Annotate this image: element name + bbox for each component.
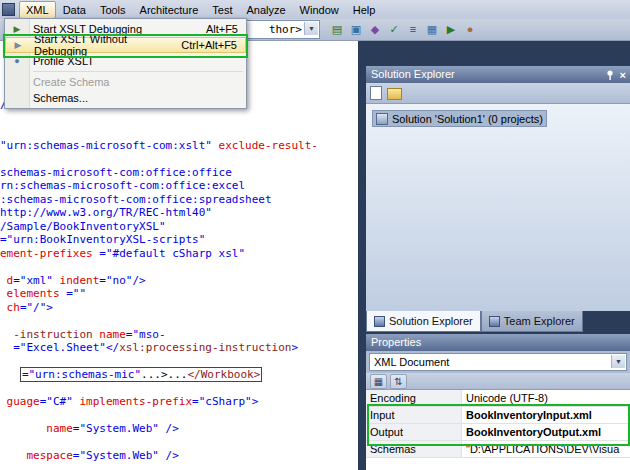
team-explorer-icon <box>489 316 500 327</box>
menu-item-start-xslt-without-debugging[interactable]: ▶Start XSLT Without DebuggingCtrl+Alt+F5 <box>5 37 246 53</box>
solution-explorer-icon <box>374 316 385 327</box>
menu-shortcut: Alt+F5 <box>172 23 238 35</box>
code-line <box>0 314 358 328</box>
code-line: http://www.w3.org/TR/REC-html40" <box>0 206 358 220</box>
property-name: Output <box>366 424 462 440</box>
collapsed-region-box[interactable]: ="urn:schemas-mic"...>...</Workbook> <box>20 367 262 382</box>
code-line: rn:schemas-microsoft-com:office:excel <box>0 179 358 193</box>
categorized-icon[interactable]: ▦ <box>370 374 387 389</box>
chevron-down-icon[interactable]: ▼ <box>611 355 625 368</box>
properties-grid: EncodingUnicode (UTF-8)InputBookInventor… <box>366 390 630 470</box>
menubar-items: XMLDataToolsArchitectureTestAnalyzeWindo… <box>19 0 382 19</box>
code-line: name="System.Web" /> <box>0 422 358 436</box>
menu-architecture[interactable]: Architecture <box>133 1 206 19</box>
solution-explorer-toolbar <box>366 83 630 104</box>
tab-solution-explorer[interactable]: Solution Explorer <box>366 311 481 332</box>
code-line: guage="C#" implements-prefix="cSharp"> <box>0 395 358 409</box>
xslt-template-icon[interactable]: ▣ <box>347 21 365 38</box>
code-line: ch="/"> <box>0 301 358 315</box>
menu-tools[interactable]: Tools <box>93 1 133 19</box>
document-window-icon <box>2 3 15 16</box>
visual-studio-window: XMLDataToolsArchitectureTestAnalyzeWindo… <box>0 0 630 470</box>
property-row-schemas[interactable]: Schemas"D:\APPLICATIONS\DEV\Visua <box>366 441 630 458</box>
menu-item-create-schema[interactable]: Create Schema <box>5 74 246 90</box>
solution-root-label: Solution 'Solution1' (0 projects) <box>392 113 543 125</box>
menu-item-schemas[interactable]: Schemas... <box>5 90 246 106</box>
tree-item-solution[interactable]: Solution 'Solution1' (0 projects) <box>372 110 547 127</box>
properties-toolbar: ▦⇅ <box>366 373 630 390</box>
code-line: /Sample/BookInventoryXSL" <box>0 220 358 234</box>
properties-object-combo[interactable]: XML Document ▼ <box>369 353 627 371</box>
profile-icon: ● <box>8 56 26 66</box>
code-line: ="Excel.Sheet"</xsl:processing-instructi… <box>0 341 358 355</box>
code-line <box>0 382 358 396</box>
close-icon[interactable]: × <box>620 70 626 81</box>
chevron-down-icon[interactable]: ▼ <box>304 22 318 35</box>
menu-item-profile-xslt[interactable]: ●Profile XSLT <box>5 53 246 69</box>
xslt-debug-icon: ▶ <box>8 24 26 34</box>
code-line <box>0 125 358 139</box>
tab-team-explorer[interactable]: Team Explorer <box>481 311 583 332</box>
run-play-icon[interactable]: ▶ <box>442 21 460 38</box>
menu-item-label: Profile XSLT <box>26 55 172 67</box>
menubar: XMLDataToolsArchitectureTestAnalyzeWindo… <box>0 0 630 19</box>
property-value[interactable]: "D:\APPLICATIONS\DEV\Visua <box>462 441 630 457</box>
menu-data[interactable]: Data <box>56 1 93 19</box>
code-line: mespace="System.Web" /> <box>0 449 358 463</box>
menu-help[interactable]: Help <box>346 1 383 19</box>
property-row-output[interactable]: OutputBookInventoryOutput.xml <box>366 424 630 441</box>
property-value[interactable]: Unicode (UTF-8) <box>462 390 630 406</box>
menu-item-label: Create Schema <box>26 76 172 88</box>
code-line <box>0 409 358 423</box>
xml-document-icon[interactable]: ▤ <box>328 21 346 38</box>
validate-check-icon[interactable]: ✓ <box>385 21 403 38</box>
solution-tree[interactable]: Solution 'Solution1' (0 projects) <box>366 104 630 311</box>
code-line: "urn:schemas-microsoft-com:xslt" exclude… <box>0 139 358 153</box>
properties-object-value: XML Document <box>374 356 449 368</box>
alphabetical-sort-icon[interactable]: ⇅ <box>390 374 407 389</box>
properties-page-icon[interactable] <box>370 86 382 100</box>
solution-icon <box>376 113 388 125</box>
code-line: ement-prefixes ="#default cSharp xsl" <box>0 247 358 261</box>
menu-xml[interactable]: XML <box>19 1 56 19</box>
code-line: :schemas-microsoft-com:office:spreadshee… <box>0 193 358 207</box>
code-line <box>0 260 358 274</box>
format-lines-icon[interactable]: ≡ <box>404 21 422 38</box>
grid-table-icon[interactable]: ▦ <box>423 21 441 38</box>
menu-window[interactable]: Window <box>293 1 346 19</box>
toolbar-right-icons: ▤▣◆✓≡▦▶● <box>328 21 479 38</box>
solution-explorer-titlebar[interactable]: Solution Explorer × <box>366 66 630 83</box>
schema-icon[interactable]: ◆ <box>366 21 384 38</box>
properties-object-row: XML Document ▼ <box>366 351 630 373</box>
xml-member-combo-value: thor> <box>269 23 302 36</box>
code-line: -instruction name="mso- <box>0 328 358 342</box>
menu-test[interactable]: Test <box>205 1 239 19</box>
property-name: Encoding <box>366 390 462 406</box>
menu-analyze[interactable]: Analyze <box>239 1 292 19</box>
property-row-encoding[interactable]: EncodingUnicode (UTF-8) <box>366 390 630 407</box>
code-line: elements ="" <box>0 287 358 301</box>
property-value[interactable]: BookInventoryInput.xml <box>462 407 630 423</box>
menu-item-label: Schemas... <box>26 92 172 104</box>
xml-menu-dropdown: ▶Start XSLT DebuggingAlt+F5▶Start XSLT W… <box>4 18 247 109</box>
code-line <box>0 436 358 450</box>
code-line: schemas-microsoft-com:office:office <box>0 166 358 180</box>
menu-separator <box>33 71 243 72</box>
code-line <box>0 355 358 369</box>
property-row-input[interactable]: InputBookInventoryInput.xml <box>366 407 630 424</box>
property-value[interactable]: BookInventoryOutput.xml <box>462 424 630 440</box>
code-line: ="urn:BookInventoryXSL-scripts" <box>0 233 358 247</box>
pin-icon[interactable] <box>605 69 615 81</box>
code-line: ="urn:schemas-mic"...>...</Workbook> <box>0 368 358 382</box>
options-icon[interactable]: ● <box>461 21 479 38</box>
code-line <box>0 112 358 126</box>
xslt-run-icon: ▶ <box>9 40 27 50</box>
menu-shortcut: Ctrl+Alt+F5 <box>171 39 237 51</box>
properties-titlebar[interactable]: Properties <box>366 334 630 351</box>
tool-window-tabstrip: Solution ExplorerTeam Explorer <box>366 311 630 332</box>
code-line <box>0 152 358 166</box>
solution-explorer-title: Solution Explorer <box>371 68 455 80</box>
property-name: Input <box>366 407 462 423</box>
show-all-files-folder-icon[interactable] <box>387 88 402 100</box>
property-name: Schemas <box>366 441 462 457</box>
